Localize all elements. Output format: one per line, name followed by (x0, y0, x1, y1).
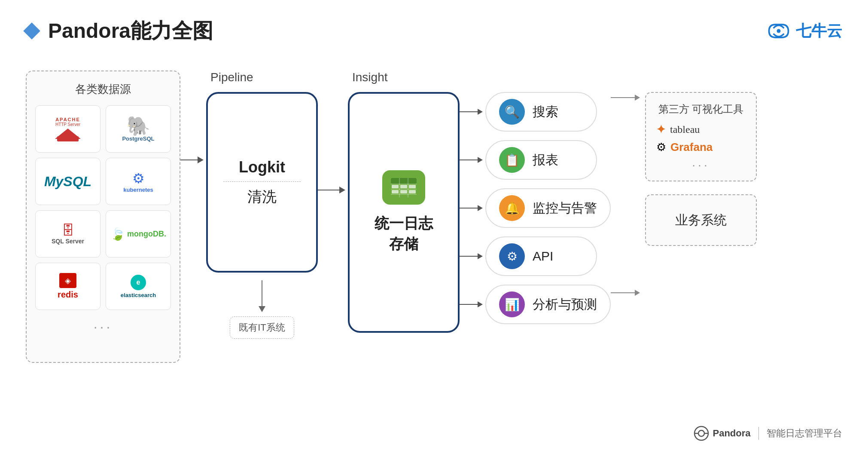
footer-divider (758, 427, 759, 440)
svg-rect-13 (409, 190, 416, 193)
datasource-redis: ◈ redis (35, 263, 101, 310)
pipeline-divider (223, 181, 301, 182)
svg-rect-9 (400, 185, 407, 188)
output-row-monitor: 🔔 监控与告警 (460, 188, 611, 228)
output-item-analysis: 📊 分析与预测 (485, 285, 611, 324)
output-label-api: API (533, 249, 553, 264)
pipeline-label: Pipeline (210, 71, 253, 84)
k8s-logo: ⚙ kubernetes (123, 170, 153, 193)
analysis-icon-circle: 📊 (499, 291, 525, 317)
output-row-search: 🔍 搜索 (460, 92, 611, 132)
diamond-icon (23, 22, 40, 40)
svg-point-0 (777, 29, 781, 33)
arrow-ds-to-pipeline (180, 156, 206, 163)
output-item-search: 🔍 搜索 (485, 92, 597, 132)
datasources-box: 各类数据源 Apache HTTP Server (26, 71, 180, 363)
insight-label: Insight (352, 71, 388, 84)
search-icon-circle: 🔍 (499, 99, 525, 125)
report-icon-circle: 📋 (499, 147, 525, 173)
grafana-icon: ⚙ (656, 141, 666, 154)
output-label-monitor: 监控与告警 (533, 199, 597, 217)
mongo-logo: 🍃 mongoDB. (110, 227, 166, 241)
svg-rect-10 (409, 185, 416, 188)
postgres-logo: 🐘 PostgreSQL (122, 117, 154, 142)
svg-rect-12 (400, 190, 407, 193)
footer-pandora-text: Pandora (713, 428, 750, 439)
qiniuyun-text: 七牛云 (796, 21, 842, 42)
footer-tagline: 智能日志管理平台 (767, 427, 842, 440)
title-text: Pandora能力全图 (48, 17, 213, 45)
grafana-text: Grafana (670, 141, 713, 154)
elastic-logo: e elasticsearch (121, 275, 156, 298)
datasource-mysql: MySQL (35, 158, 101, 205)
output-label-report: 报表 (533, 151, 558, 169)
datasources-dots: ... (35, 316, 171, 332)
arrow-v-head (259, 306, 265, 312)
output-label-search: 搜索 (533, 103, 558, 121)
insight-section: Insight (348, 71, 460, 333)
tableau-plus-icon: ✦ (656, 123, 666, 136)
output-row-analysis: 📊 分析与预测 (460, 285, 611, 324)
output-label-analysis: 分析与预测 (533, 296, 597, 313)
output-item-monitor: 🔔 监控与告警 (485, 188, 611, 228)
datasource-mongodb: 🍃 mongoDB. (106, 210, 171, 258)
svg-rect-2 (391, 178, 417, 184)
footer-logo: Pandora (694, 426, 750, 441)
arrow-v-line (262, 280, 262, 306)
datasources-label: 各类数据源 (35, 82, 171, 97)
svg-rect-8 (392, 185, 399, 188)
datasource-apache: Apache HTTP Server (35, 105, 101, 153)
apache-logo: Apache HTTP Server (55, 117, 81, 141)
pandora-logo-icon (694, 426, 709, 441)
pipeline-sub: 清洗 (247, 187, 277, 207)
visualization-tools-box: 第三方 可视化工具 ✦ tableau ⚙ Grafana ··· (645, 92, 757, 181)
insight-grid-svg (389, 176, 419, 199)
pipeline-section: Pipeline Logkit 清洗 既有IT系统 (206, 71, 318, 339)
datasource-sqlserver: 🗄 SQL Server (35, 210, 101, 258)
datasource-grid: Apache HTTP Server 🐘 PostgreSQL (35, 105, 171, 310)
output-row-api: ⚙ API (460, 236, 611, 276)
api-icon-circle: ⚙ (499, 243, 525, 269)
output-section: 🔍 搜索 📋 报表 (460, 71, 611, 324)
tableau-row: ✦ tableau (656, 123, 746, 136)
arrow-pipeline-to-insight (318, 187, 348, 193)
tableau-text: tableau (670, 124, 700, 135)
arrows-to-thirdparty (611, 71, 645, 320)
header: Pandora能力全图 七牛云 (26, 17, 842, 45)
monitor-icon-circle: 🔔 (499, 195, 525, 221)
diagram: 各类数据源 Apache HTTP Server (26, 66, 842, 419)
redis-logo: ◈ redis (58, 273, 78, 300)
datasource-kubernetes: ⚙ kubernetes (106, 158, 171, 205)
pipeline-box: Logkit 清洗 (206, 92, 318, 273)
thirdparty-section: 第三方 可视化工具 ✦ tableau ⚙ Grafana ··· 业务系统 (645, 71, 757, 246)
thirdparty-dots: ··· (656, 158, 746, 172)
output-row-report: 📋 报表 (460, 140, 611, 180)
qiniuyun-logo: 七牛云 (766, 20, 842, 42)
datasource-elasticsearch: e elasticsearch (106, 263, 171, 310)
svg-point-15 (698, 430, 704, 436)
biz-system-box: 业务系统 (645, 194, 757, 246)
pipeline-arrow-down (259, 280, 265, 312)
svg-rect-11 (392, 190, 399, 193)
pipeline-name: Logkit (239, 158, 285, 176)
insight-title: 统一日志存储 (375, 213, 433, 254)
insight-box: 统一日志存储 (348, 92, 460, 333)
insight-icon (382, 170, 425, 205)
it-system-label: 既有IT系统 (230, 316, 294, 339)
output-item-report: 📋 报表 (485, 140, 597, 180)
page-container: Pandora能力全图 七牛云 各类数据源 Apache HTTP Server (0, 0, 868, 454)
page-title: Pandora能力全图 (26, 17, 213, 45)
output-item-api: ⚙ API (485, 236, 597, 276)
footer: Pandora 智能日志管理平台 (694, 426, 842, 441)
thirdparty-title: 第三方 可视化工具 (656, 101, 746, 117)
biz-system-label: 业务系统 (675, 212, 727, 229)
datasource-postgres: 🐘 PostgreSQL (106, 105, 171, 153)
grafana-row: ⚙ Grafana (656, 141, 746, 154)
qiniuyun-logo-icon (766, 20, 792, 42)
pipeline-inner: Logkit 清洗 (223, 158, 301, 207)
